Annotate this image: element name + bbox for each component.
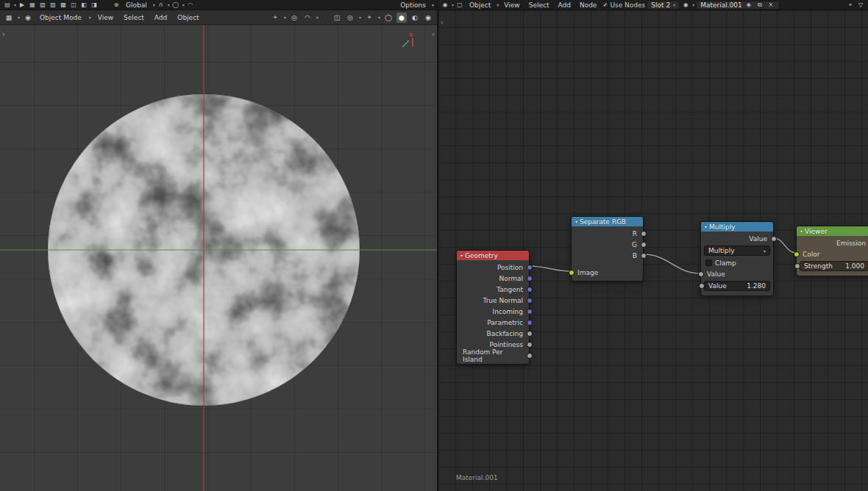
mode-dropdown[interactable]: Object Mode bbox=[36, 14, 85, 21]
menu-select[interactable]: Select bbox=[120, 14, 148, 21]
overlays-toggle-icon[interactable]: ◎ bbox=[345, 12, 355, 23]
material-sphere-icon[interactable]: ◉ bbox=[681, 1, 690, 10]
socket-pointiness[interactable] bbox=[527, 342, 533, 348]
socket-random-per-island[interactable] bbox=[527, 353, 533, 359]
unlink-close-icon[interactable]: × bbox=[766, 1, 775, 10]
menu-object[interactable]: Object bbox=[174, 14, 202, 21]
menu-view[interactable]: View bbox=[94, 14, 117, 21]
sidebar-expand-chevron[interactable]: ‹ bbox=[432, 31, 435, 38]
pivot-icon-3[interactable]: ▨ bbox=[49, 1, 57, 10]
socket-tangent[interactable] bbox=[527, 287, 533, 293]
pivot-icon-1[interactable]: ▦ bbox=[28, 1, 37, 10]
shading-rendered-button[interactable]: ◉ bbox=[423, 12, 433, 23]
output-b: B bbox=[572, 250, 643, 261]
socket-normal[interactable] bbox=[527, 276, 533, 282]
socket-parametric[interactable] bbox=[527, 320, 533, 326]
proportional-editing-icon[interactable]: ◯ bbox=[171, 1, 180, 10]
material-datablock[interactable]: Material.001 ◈ ⧉ × bbox=[696, 1, 780, 10]
math-node[interactable]: ▾ Multiply Value Multiply ▾ Clamp Value bbox=[700, 221, 774, 296]
geometry-node-header[interactable]: ▾ Geometry bbox=[457, 251, 529, 260]
pin-icon[interactable]: ⌖ bbox=[846, 1, 855, 10]
socket-incoming[interactable] bbox=[527, 309, 533, 315]
xray-toggle-icon[interactable]: ◫ bbox=[332, 12, 342, 23]
menu-add[interactable]: Add bbox=[554, 1, 574, 9]
filter-funnel-icon[interactable]: ▽ bbox=[856, 1, 865, 10]
pivot-icon-4[interactable]: ▩ bbox=[59, 1, 68, 10]
transform-orientation-dropdown[interactable]: Global bbox=[122, 1, 151, 9]
socket-true-normal[interactable] bbox=[527, 298, 533, 304]
active-tool-icon[interactable]: ▶ bbox=[18, 1, 26, 10]
viewer-node-header[interactable]: ▾ Viewer bbox=[797, 226, 868, 236]
socket-g[interactable] bbox=[641, 242, 647, 248]
socket-color[interactable] bbox=[794, 251, 800, 257]
orientation-icon[interactable]: ◠ bbox=[302, 12, 313, 23]
socket-position[interactable] bbox=[527, 265, 533, 270]
clamp-checkbox[interactable] bbox=[705, 259, 712, 266]
new-material-copy-icon[interactable]: ⧉ bbox=[755, 1, 764, 10]
chevron-down-icon: ▾ bbox=[18, 15, 20, 20]
math-operation-dropdown[interactable]: Multiply ▾ bbox=[704, 246, 770, 256]
axis-gizmo[interactable]: x bbox=[397, 29, 427, 50]
pivot-icon-7[interactable]: ◨ bbox=[90, 1, 99, 10]
chevron-down-icon: ▾ bbox=[153, 2, 155, 7]
socket-value-output[interactable] bbox=[771, 236, 777, 242]
shading-solid-button[interactable]: ● bbox=[396, 12, 407, 23]
separate-rgb-node[interactable]: ▾ Separate RGB R G B Image bbox=[571, 216, 644, 282]
viewer-node[interactable]: ▾ Viewer Emission Color Strength 1.000 bbox=[796, 226, 868, 276]
menu-view[interactable]: View bbox=[500, 1, 523, 9]
socket-b[interactable] bbox=[641, 253, 647, 259]
globe-icon: ⊕ bbox=[112, 1, 121, 10]
toolbar-expand-chevron[interactable]: › bbox=[2, 31, 5, 38]
shading-lookdev-button[interactable]: ◐ bbox=[410, 12, 420, 23]
socket-strength[interactable] bbox=[794, 263, 800, 269]
menu-node[interactable]: Node bbox=[576, 1, 601, 9]
output-incoming: Incoming bbox=[457, 306, 529, 317]
menu-select[interactable]: Select bbox=[525, 1, 553, 9]
gizmos-toggle-icon[interactable]: ⌖ bbox=[364, 12, 374, 23]
pivot-icon-2[interactable]: ▧ bbox=[38, 1, 47, 10]
menu-add[interactable]: Add bbox=[151, 14, 171, 21]
viewport-editor-type-icon[interactable]: ▦ bbox=[4, 12, 14, 23]
3d-viewport[interactable]: x › ‹ bbox=[0, 25, 437, 491]
output-emission: Emission bbox=[797, 237, 868, 248]
chevron-down-icon: ▾ bbox=[764, 248, 766, 254]
pivot-icon-5[interactable]: ◫ bbox=[69, 1, 78, 10]
shader-type-dropdown[interactable]: Object bbox=[466, 1, 494, 9]
fake-user-shield-icon[interactable]: ◈ bbox=[744, 1, 753, 10]
geometry-node[interactable]: ▾ Geometry Position Normal Tangent True … bbox=[456, 250, 530, 365]
use-nodes-checkbox[interactable]: ✓ bbox=[602, 1, 608, 8]
editor-expand-chevron[interactable]: ‹ bbox=[441, 19, 444, 26]
shader-editor-header: ◉ ▾ ▢ Object ▾ View Select Add Node ✓ Us… bbox=[437, 0, 868, 10]
select-tool-icon[interactable]: ⌖ bbox=[270, 12, 280, 23]
chevron-down-icon: ▾ bbox=[452, 2, 454, 7]
tool-settings-bar: ▤ ▾ ▶ ▦ ▧ ▨ ▩ ◫ ◧ ◨ ⊕ Global ▾ ∩ ▾ ◯ ▾ ◠… bbox=[0, 0, 437, 10]
socket-backfacing[interactable] bbox=[527, 331, 533, 337]
snap-magnet-icon[interactable]: ∩ bbox=[157, 1, 166, 10]
socket-r[interactable] bbox=[641, 231, 647, 237]
chevron-down-icon: ▾ bbox=[432, 2, 434, 7]
shading-wireframe-button[interactable]: ◯ bbox=[383, 12, 394, 23]
socket-value-input-2[interactable] bbox=[699, 283, 705, 289]
math-node-header[interactable]: ▾ Multiply bbox=[701, 222, 773, 232]
collapse-triangle-icon[interactable]: ▾ bbox=[575, 219, 577, 224]
shader-editor-type-icon[interactable]: ◉ bbox=[441, 1, 449, 10]
strength-slider[interactable]: Strength 1.000 bbox=[800, 261, 868, 271]
value-slider[interactable]: Value 1.280 bbox=[704, 281, 770, 291]
options-dropdown[interactable]: Options bbox=[396, 1, 430, 9]
pivot-icon-6[interactable]: ◧ bbox=[79, 1, 88, 10]
socket-image[interactable] bbox=[569, 270, 574, 276]
editor-type-icon[interactable]: ▤ bbox=[3, 1, 12, 10]
shader-node-editor[interactable]: ‹ ▾ Geometry Position bbox=[437, 10, 868, 491]
separate-rgb-node-header[interactable]: ▾ Separate RGB bbox=[572, 217, 643, 226]
socket-value-input-1[interactable] bbox=[698, 271, 704, 277]
input-color: Color bbox=[797, 248, 868, 259]
falloff-curve-icon[interactable]: ◠ bbox=[186, 1, 195, 10]
input-image: Image bbox=[572, 267, 643, 278]
chevron-down-icon: ▾ bbox=[89, 15, 91, 20]
collapse-triangle-icon[interactable]: ▾ bbox=[460, 253, 463, 258]
annotate-icon[interactable]: ◎ bbox=[289, 12, 299, 23]
collapse-triangle-icon[interactable]: ▾ bbox=[800, 229, 803, 234]
geometry-node-title: Geometry bbox=[465, 252, 498, 259]
collapse-triangle-icon[interactable]: ▾ bbox=[705, 224, 707, 229]
slot-dropdown[interactable]: Slot 2 ▾ bbox=[647, 1, 680, 10]
